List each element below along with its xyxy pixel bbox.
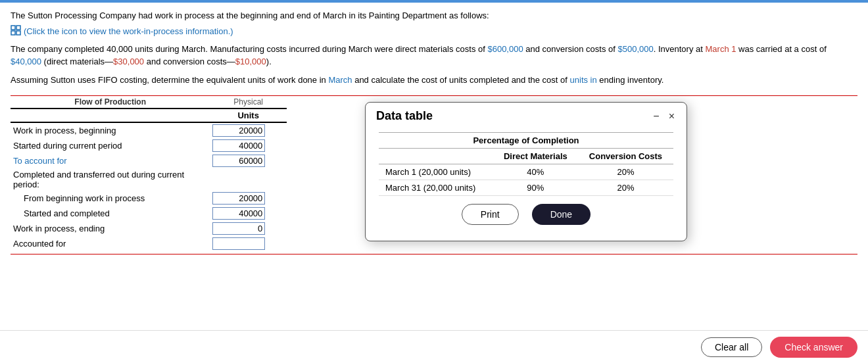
table-row: Completed and transferred out during cur… — [11, 168, 287, 191]
modal-controls: − × — [652, 111, 676, 122]
pct-completion-header: Percentage of Completion — [379, 133, 673, 149]
data-row-march31: March 31 (20,000 units) 90% 20% — [379, 180, 673, 196]
input-started-completed[interactable] — [212, 207, 265, 220]
content-area: The Sutton Processing Company had work i… — [0, 3, 868, 86]
col2-units-header: Units — [210, 109, 287, 122]
svg-rect-0 — [11, 26, 15, 30]
input-to-account[interactable] — [212, 155, 265, 167]
modal-close-button[interactable]: × — [667, 111, 676, 122]
modal-minimize-button[interactable]: − — [652, 111, 660, 122]
row-label-wip-end: Work in process, ending — [11, 221, 210, 236]
col1-header: Flow of Production — [11, 96, 210, 109]
wip-icon-link[interactable]: (Click the icon to view the work-in-proc… — [11, 25, 233, 37]
row-label-completed: Completed and transferred out during cur… — [11, 168, 210, 191]
bottom-divider — [11, 254, 857, 254]
amount5: $10,000 — [235, 57, 266, 66]
input-started[interactable] — [212, 139, 265, 152]
col-dm-header: Direct Materials — [493, 149, 578, 164]
done-button[interactable]: Done — [532, 204, 591, 225]
svg-rect-3 — [16, 31, 20, 35]
row-input-started[interactable] — [210, 138, 287, 153]
march1-label: March 1 (20,000 units) — [379, 164, 493, 180]
col1-subheader — [11, 109, 210, 122]
flow-table: Flow of Production Physical Units Work i… — [11, 96, 287, 251]
grid-icon — [11, 25, 21, 37]
modal-title: Data table — [376, 109, 433, 123]
data-info-table: Percentage of Completion Direct Material… — [379, 132, 673, 196]
table-row: To account for — [11, 153, 287, 168]
print-button[interactable]: Print — [462, 204, 519, 225]
col-empty-header — [379, 149, 493, 164]
row-input-from-begin[interactable] — [210, 191, 287, 206]
row-input-wip-begin[interactable] — [210, 122, 287, 138]
input-accounted[interactable] — [212, 237, 265, 250]
table-row: Work in process, beginning — [11, 122, 287, 138]
amount3: $40,000 — [11, 57, 41, 66]
march1-dm: 40% — [493, 164, 578, 180]
march1-cc: 20% — [578, 164, 673, 180]
amount2: $500,000 — [618, 44, 654, 54]
table-row: From beginning work in process — [11, 191, 287, 206]
row-label-to-account: To account for — [11, 153, 210, 168]
row-blank-completed — [210, 168, 287, 191]
row-input-wip-end[interactable] — [210, 221, 287, 236]
units-highlight: units in — [570, 75, 597, 85]
row-label-from-begin: From beginning work in process — [11, 191, 210, 206]
march31-cc: 20% — [578, 180, 673, 196]
col2-physical-label: Physical — [210, 96, 287, 109]
row-label-started: Started during current period — [11, 138, 210, 153]
table-row: Accounted for — [11, 236, 287, 251]
table-row: Started and completed — [11, 206, 287, 221]
table-row: Started during current period — [11, 138, 287, 153]
row-label-started-completed: Started and completed — [11, 206, 210, 221]
bottom-bar: Clear all Check answer — [0, 330, 868, 363]
svg-rect-2 — [11, 31, 15, 35]
march31-dm: 90% — [493, 180, 578, 196]
modal-body: Percentage of Completion Direct Material… — [366, 127, 687, 241]
col-cc-header: Conversion Costs — [578, 149, 673, 164]
data-row-march1: March 1 (20,000 units) 40% 20% — [379, 164, 673, 180]
modal-footer: Print Done — [379, 196, 673, 230]
date1: March 1 — [706, 44, 736, 54]
modal-titlebar: Data table − × — [366, 103, 687, 127]
intro-line1: The Sutton Processing Company had work i… — [11, 9, 857, 22]
march31-label: March 31 (20,000 units) — [379, 180, 493, 196]
row-input-started-completed[interactable] — [210, 206, 287, 221]
intro-line3: Assuming Sutton uses FIFO costing, deter… — [11, 74, 857, 87]
svg-rect-1 — [16, 26, 20, 30]
table-row: Work in process, ending — [11, 221, 287, 236]
wip-icon-link-text: (Click the icon to view the work-in-proc… — [24, 26, 233, 36]
march-highlight: March — [328, 75, 352, 85]
amount1: $600,000 — [487, 44, 523, 54]
input-from-begin[interactable] — [212, 192, 265, 205]
intro-line2: The company completed 40,000 units durin… — [11, 43, 857, 68]
clear-all-button[interactable]: Clear all — [701, 337, 762, 357]
input-wip-end[interactable] — [212, 222, 265, 235]
row-label-accounted: Accounted for — [11, 236, 210, 251]
data-table-modal: Data table − × Percentage of Completion … — [365, 102, 687, 241]
row-label-wip-begin: Work in process, beginning — [11, 122, 210, 138]
input-wip-begin[interactable] — [212, 124, 265, 137]
amount4: $30,000 — [113, 57, 144, 66]
row-input-accounted[interactable] — [210, 236, 287, 251]
row-input-to-account[interactable] — [210, 153, 287, 168]
check-answer-button[interactable]: Check answer — [770, 337, 857, 358]
